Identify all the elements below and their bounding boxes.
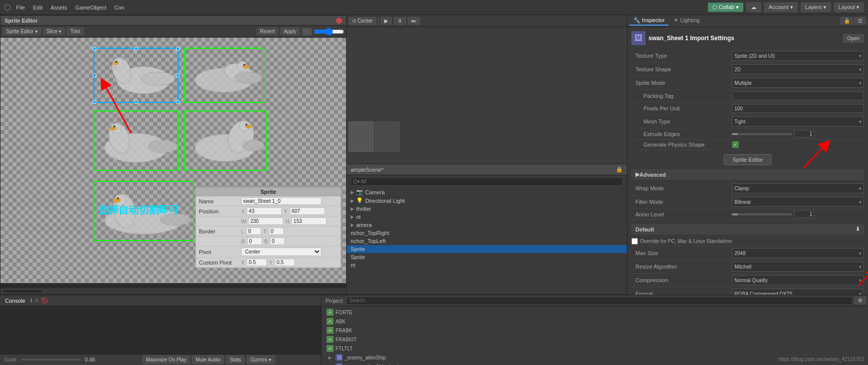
tab-inspector[interactable]: 🔧 Inspector xyxy=(629,16,669,26)
menu-assets[interactable]: Assets xyxy=(48,4,70,12)
sip-t-input[interactable] xyxy=(269,227,284,235)
filter-mode-dropdown[interactable]: Bilinear ▾ xyxy=(732,197,864,207)
gizmos-btn[interactable]: Gizmos ▾ xyxy=(247,355,275,364)
play-btn-top[interactable]: ▶ xyxy=(381,17,392,25)
sprite-editor-launch-btn[interactable]: Sprite Editor xyxy=(724,154,772,165)
mesh-type-dropdown[interactable]: Tight ▾ xyxy=(732,116,864,127)
project-search[interactable] xyxy=(347,297,852,305)
inspector-menu-btn[interactable]: ☰ xyxy=(854,17,866,25)
sip-pivot-select[interactable]: Center TopLeft TopRight BottomLeft Botto… xyxy=(241,248,321,256)
menu-component[interactable]: Con xyxy=(111,4,127,12)
close-button[interactable] xyxy=(336,18,342,24)
wrap-mode-value-row: Clamp ▾ xyxy=(732,183,864,193)
scale-slider[interactable] xyxy=(21,359,81,360)
hierarchy-item-sprite2[interactable]: Sprite xyxy=(347,253,627,261)
format-dropdown[interactable]: RGBA Compressed DXT5 ▾ xyxy=(732,289,864,295)
hierarchy-panel: ampleScene* 🔒 ▶ 📷 Camera ▶ 💡 Directional… xyxy=(347,164,627,295)
layout-button[interactable]: Layout ▾ xyxy=(834,3,864,12)
menu-gameobject[interactable]: GameObject xyxy=(72,4,110,12)
inspector-lock-btn[interactable]: 🔒 xyxy=(840,17,853,25)
hierarchy-item-anchor-tl[interactable]: nchor_TopLeft xyxy=(347,237,627,245)
hierarchy-item-nt[interactable]: nt xyxy=(347,261,627,269)
menu-file[interactable]: File xyxy=(13,4,28,12)
sprite-editor-scrollbar[interactable] xyxy=(1,283,346,288)
project-item-forte[interactable]: A FORTE xyxy=(325,308,864,316)
layers-button[interactable]: Layers ▾ xyxy=(801,3,831,12)
aniso-slider[interactable] xyxy=(732,213,792,215)
max-size-dropdown[interactable]: 2048 ▾ xyxy=(732,248,864,258)
maximize-play-btn[interactable]: Maximize On Play xyxy=(143,355,190,364)
hierarchy-search[interactable] xyxy=(351,177,623,186)
tab-lighting[interactable]: ☀ Lighting xyxy=(670,16,704,26)
revert-btn-se[interactable]: Revert xyxy=(257,28,278,35)
hierarchy-item-sprite1[interactable]: Sprite xyxy=(347,245,627,253)
slice-btn[interactable]: Slice ▾ xyxy=(43,28,65,35)
hierarchy-item-ot[interactable]: ▶ ot xyxy=(347,213,627,221)
sprite-canvas-area[interactable]: 选择自动切割即可 Sprite Name Positio xyxy=(1,38,346,283)
scene-view[interactable] xyxy=(347,27,627,164)
hierarchy-item-dirlight[interactable]: ▶ 💡 Directional Light xyxy=(347,196,627,205)
sprite-rect-0[interactable] xyxy=(93,48,179,103)
project-item-frabkit[interactable]: A FRABKIT xyxy=(325,335,864,343)
sprite-rect-3[interactable] xyxy=(184,110,267,171)
sip-name-input[interactable] xyxy=(241,197,321,205)
menu-edit[interactable]: Edit xyxy=(30,4,46,12)
sip-cpx-input[interactable] xyxy=(247,259,267,266)
collab-button[interactable]: ⬡ Collab ▾ xyxy=(708,3,743,12)
hierarchy-item-camera[interactable]: ▶ 📷 Camera xyxy=(347,188,627,196)
zoom-slider[interactable] xyxy=(314,28,344,35)
hierarchy-item-anchor-tr[interactable]: nchor_TopRight xyxy=(347,229,627,237)
color-toggle[interactable] xyxy=(302,28,312,36)
trim-btn[interactable]: Trim xyxy=(67,28,84,35)
project-item-alienship[interactable]: ▶ 🖼 _enemy_alienShip xyxy=(325,353,864,361)
hierarchy-item-thriller[interactable]: ▶ thriller xyxy=(347,205,627,213)
default-section-header[interactable]: Default ⬇ xyxy=(631,224,864,234)
step-btn[interactable]: ⏭ xyxy=(408,17,420,25)
center-btn[interactable]: ⊙ Center xyxy=(349,17,376,25)
console-icon-error[interactable]: 🚫 xyxy=(41,297,48,304)
sip-l-input[interactable] xyxy=(246,227,261,235)
console-icon-info[interactable]: ℹ xyxy=(30,297,32,304)
hierarchy-lock[interactable]: 🔒 xyxy=(616,166,623,173)
project-item-abk[interactable]: A ABK xyxy=(325,317,864,325)
sip-w-input[interactable] xyxy=(248,217,283,225)
sprite-rect-2[interactable] xyxy=(93,110,179,171)
extrude-slider[interactable] xyxy=(732,133,792,135)
texture-type-dropdown[interactable]: Sprite (2D and UI) ▾ xyxy=(732,51,864,61)
console-tab[interactable]: Console xyxy=(2,297,28,304)
texture-shape-dropdown[interactable]: 2D ▾ xyxy=(732,64,864,74)
open-btn[interactable]: Open xyxy=(843,34,864,43)
project-settings-btn[interactable]: ⚙ xyxy=(854,297,866,304)
hierarchy-item-camera2[interactable]: ▶ amera xyxy=(347,221,627,229)
download-icon[interactable]: ⬇ xyxy=(855,226,860,232)
sip-h-input[interactable] xyxy=(291,217,327,225)
ppu-input[interactable] xyxy=(732,104,864,113)
pause-btn[interactable]: ⏸ xyxy=(394,17,406,25)
console-icon-warn[interactable]: ⚠ xyxy=(34,297,39,304)
sip-r-input[interactable] xyxy=(247,237,262,245)
sip-cpy-input[interactable] xyxy=(275,259,295,266)
ins-ppu-row: Pixels Per Unit xyxy=(631,102,864,115)
project-item-frabk[interactable]: A FRABK xyxy=(325,326,864,334)
sprite-rect-1[interactable] xyxy=(184,48,264,103)
project-item-alienship-dead[interactable]: ▶ 🖼 _enemy_alienShip-dead xyxy=(325,362,864,365)
h-scrollbar-thumb[interactable] xyxy=(3,289,43,293)
mute-audio-btn[interactable]: Mute Audio xyxy=(192,355,224,364)
gen-physics-checkbox[interactable]: ✓ xyxy=(732,141,739,148)
resize-dropdown[interactable]: Mitchell ▾ xyxy=(732,262,864,272)
stats-btn[interactable]: Stats xyxy=(226,355,245,364)
sprite-editor-menu-btn[interactable]: Sprite Editor ▾ xyxy=(3,28,41,35)
advanced-section-header[interactable]: ▶ Advanced xyxy=(631,169,864,180)
packing-tag-input[interactable] xyxy=(732,91,864,100)
wrap-mode-dropdown[interactable]: Clamp ▾ xyxy=(732,183,864,193)
sip-x-input[interactable] xyxy=(247,207,282,215)
sip-y-input[interactable] xyxy=(290,207,325,215)
cloud-button[interactable]: ☁ xyxy=(746,3,761,12)
apply-btn-se[interactable]: Apply xyxy=(280,28,300,35)
override-checkbox[interactable] xyxy=(631,238,638,245)
sprite-mode-dropdown[interactable]: Multiple ▾ xyxy=(732,78,864,88)
project-item-ftltlt[interactable]: A FTLTLT xyxy=(325,344,864,352)
account-button[interactable]: Account ▾ xyxy=(764,3,798,12)
sip-b-input[interactable] xyxy=(270,237,285,245)
compression-dropdown[interactable]: Normal Quality ▾ xyxy=(732,275,864,285)
